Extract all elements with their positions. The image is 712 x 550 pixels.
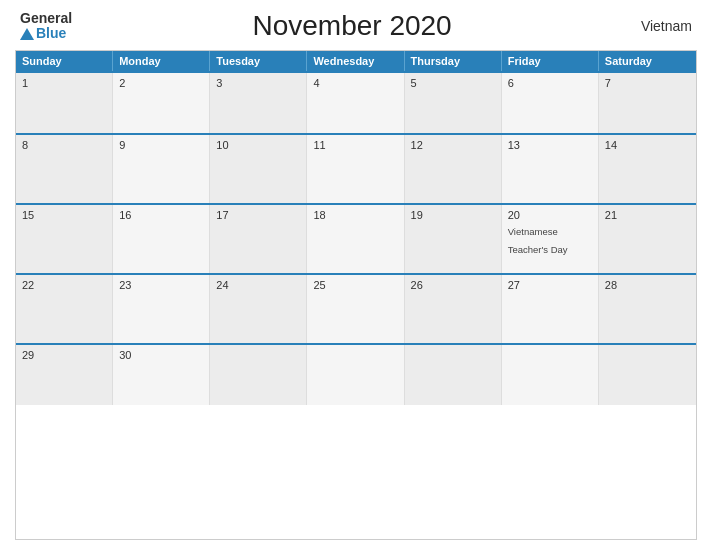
day-3: 3	[210, 73, 307, 133]
day-30: 30	[113, 345, 210, 405]
logo-general-text: General	[20, 11, 72, 26]
event-teachers-day: VietnameseTeacher's Day	[508, 226, 568, 255]
calendar-grid: Sunday Monday Tuesday Wednesday Thursday…	[15, 50, 697, 540]
header-wednesday: Wednesday	[307, 51, 404, 71]
page-header: General Blue November 2020 Vietnam	[15, 10, 697, 42]
day-12: 12	[405, 135, 502, 203]
day-10: 10	[210, 135, 307, 203]
day-empty-3	[405, 345, 502, 405]
calendar-page: General Blue November 2020 Vietnam Sunda…	[0, 0, 712, 550]
day-27: 27	[502, 275, 599, 343]
day-26: 26	[405, 275, 502, 343]
logo: General Blue	[20, 11, 72, 42]
day-1: 1	[16, 73, 113, 133]
day-24: 24	[210, 275, 307, 343]
week-4: 22 23 24 25 26 27 28	[16, 273, 696, 343]
header-monday: Monday	[113, 51, 210, 71]
calendar-body: 1 2 3 4 5 6 7 8 9 10 11 12 13 14 15 16	[16, 71, 696, 405]
day-empty-4	[502, 345, 599, 405]
header-tuesday: Tuesday	[210, 51, 307, 71]
header-sunday: Sunday	[16, 51, 113, 71]
week-5: 29 30	[16, 343, 696, 405]
day-11: 11	[307, 135, 404, 203]
day-8: 8	[16, 135, 113, 203]
logo-blue-text: Blue	[20, 26, 72, 41]
header-saturday: Saturday	[599, 51, 696, 71]
day-28: 28	[599, 275, 696, 343]
day-empty-5	[599, 345, 696, 405]
day-2: 2	[113, 73, 210, 133]
day-29: 29	[16, 345, 113, 405]
day-5: 5	[405, 73, 502, 133]
day-23: 23	[113, 275, 210, 343]
country-label: Vietnam	[632, 18, 692, 34]
day-6: 6	[502, 73, 599, 133]
calendar-title: November 2020	[72, 10, 632, 42]
day-9: 9	[113, 135, 210, 203]
day-22: 22	[16, 275, 113, 343]
day-17: 17	[210, 205, 307, 273]
header-thursday: Thursday	[405, 51, 502, 71]
calendar-header: Sunday Monday Tuesday Wednesday Thursday…	[16, 51, 696, 71]
week-1: 1 2 3 4 5 6 7	[16, 71, 696, 133]
day-13: 13	[502, 135, 599, 203]
day-7: 7	[599, 73, 696, 133]
day-4: 4	[307, 73, 404, 133]
logo-triangle-icon	[20, 28, 34, 40]
day-21: 21	[599, 205, 696, 273]
day-empty-1	[210, 345, 307, 405]
day-20: 20 VietnameseTeacher's Day	[502, 205, 599, 273]
day-14: 14	[599, 135, 696, 203]
header-friday: Friday	[502, 51, 599, 71]
day-15: 15	[16, 205, 113, 273]
day-25: 25	[307, 275, 404, 343]
day-19: 19	[405, 205, 502, 273]
week-2: 8 9 10 11 12 13 14	[16, 133, 696, 203]
day-16: 16	[113, 205, 210, 273]
week-3: 15 16 17 18 19 20 VietnameseTeacher's Da…	[16, 203, 696, 273]
day-empty-2	[307, 345, 404, 405]
day-18: 18	[307, 205, 404, 273]
